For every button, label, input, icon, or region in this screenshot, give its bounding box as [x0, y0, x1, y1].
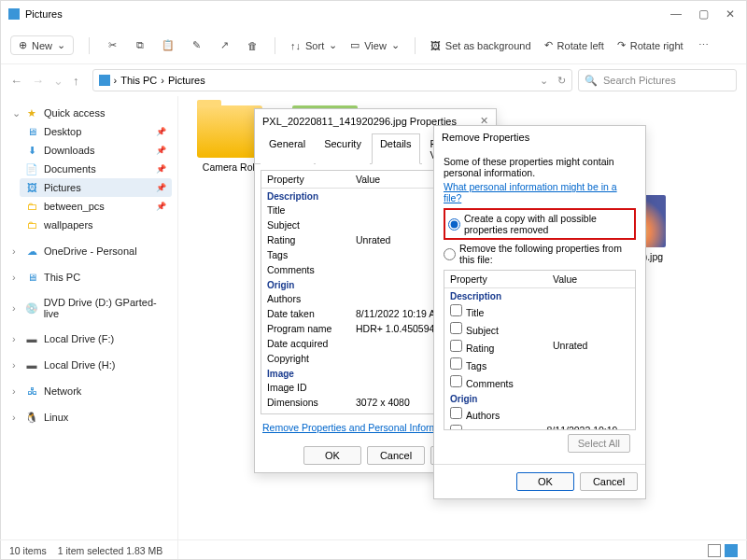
thumbnails-view-toggle[interactable] [725, 544, 738, 557]
titlebar: Pictures — ▢ ✕ [1, 1, 746, 27]
sidebar: ⌄★Quick access 🖥Desktop📌 ⬇Downloads📌 📄Do… [1, 96, 178, 559]
select-all-button[interactable]: Select All [568, 434, 630, 453]
nav-row: ← → ⌄ ↑ › This PC › Pictures ⌄ ↻ 🔍 Searc… [1, 64, 746, 96]
rotate-right-button[interactable]: ↷Rotate right [617, 39, 684, 51]
set-background-button[interactable]: 🖼Set as background [430, 40, 531, 51]
sidebar-between-pcs[interactable]: 🗀between_pcs📌 [20, 197, 172, 216]
sidebar-documents[interactable]: 📄Documents📌 [20, 160, 172, 178]
copy-icon[interactable]: ⧉ [133, 38, 148, 53]
dialog-title: Remove Properties [442, 132, 529, 143]
dialog-title: PXL_20220811_141920296.jpg Properties [262, 116, 457, 127]
back-button[interactable]: ← [10, 74, 22, 88]
sidebar-this-pc[interactable]: ›🖥This PC [7, 268, 172, 287]
search-icon: 🔍 [585, 75, 598, 87]
toolbar: ⊕ New ⌄ ✂ ⧉ 📋 ✎ ↗ 🗑 ↑↓Sort⌄ ▭View⌄ 🖼Set … [1, 27, 746, 64]
pictures-icon [99, 75, 110, 86]
sidebar-wallpapers[interactable]: 🗀wallpapers [20, 216, 172, 234]
search-box[interactable]: 🔍 Search Pictures [578, 69, 737, 91]
info-link[interactable]: What personal information might be in a … [444, 178, 636, 206]
sidebar-quick-access[interactable]: ⌄★Quick access [7, 104, 172, 122]
selection-info: 1 item selected 1.83 MB [58, 545, 163, 556]
pictures-icon [8, 8, 20, 20]
paste-icon[interactable]: 📋 [161, 38, 176, 53]
folder-icon [197, 105, 262, 158]
sidebar-desktop[interactable]: 🖥Desktop📌 [20, 122, 172, 141]
sidebar-onedrive[interactable]: ›☁OneDrive - Personal [7, 242, 172, 260]
chevron-down-icon: ⌄ [57, 39, 65, 51]
view-button[interactable]: ▭View⌄ [350, 39, 400, 51]
delete-icon[interactable]: 🗑 [245, 38, 260, 53]
refresh-icon[interactable]: ↻ [557, 75, 566, 87]
cancel-button[interactable]: Cancel [580, 472, 638, 491]
details-view-toggle[interactable] [708, 544, 721, 557]
sidebar-network[interactable]: ›🖧Network [7, 382, 172, 400]
sort-button[interactable]: ↑↓Sort⌄ [290, 39, 337, 51]
item-count: 10 items [9, 545, 47, 556]
tab-details[interactable]: Details [372, 133, 420, 164]
status-bar: 10 items 1 item selected 1.83 MB [0, 539, 747, 560]
cancel-button[interactable]: Cancel [367, 446, 425, 465]
more-icon[interactable]: ⋯ [697, 38, 712, 53]
option-remove-following[interactable]: Remove the following properties from thi… [444, 242, 636, 266]
share-icon[interactable]: ↗ [217, 38, 232, 53]
cut-icon[interactable]: ✂ [105, 38, 120, 53]
ok-button[interactable]: OK [303, 446, 361, 465]
up-dir-button[interactable]: ↑ [73, 74, 79, 88]
forward-button[interactable]: → [32, 74, 44, 88]
ok-button[interactable]: OK [516, 472, 574, 491]
plus-icon: ⊕ [19, 39, 27, 51]
option-create-copy[interactable]: Create a copy with all possible properti… [448, 212, 631, 236]
sidebar-linux[interactable]: ›🐧Linux [7, 408, 172, 427]
minimize-button[interactable]: — [670, 7, 682, 21]
close-button[interactable]: ✕ [726, 7, 735, 21]
rename-icon[interactable]: ✎ [189, 38, 204, 53]
up-button[interactable]: ⌄ [53, 74, 63, 88]
dropdown-icon[interactable]: ⌄ [540, 75, 548, 87]
rotate-left-button[interactable]: ↶Rotate left [544, 39, 604, 51]
maximize-button[interactable]: ▢ [698, 7, 709, 21]
window-title: Pictures [25, 8, 63, 20]
sidebar-local-f[interactable]: ›▬Local Drive (F:) [7, 329, 172, 348]
sidebar-downloads[interactable]: ⬇Downloads📌 [20, 141, 172, 160]
sidebar-pictures[interactable]: 🖼Pictures📌 [20, 178, 172, 197]
remove-property-list[interactable]: PropertyValue Description Title Subject … [444, 270, 636, 430]
sidebar-local-h[interactable]: ›▬Local Drive (H:) [7, 356, 172, 374]
new-button[interactable]: ⊕ New ⌄ [10, 35, 74, 55]
remove-properties-dialog: Remove Properties Some of these properti… [433, 125, 646, 499]
sidebar-dvd[interactable]: ›💿DVD Drive (D:) GParted-live [7, 294, 172, 322]
tab-general[interactable]: General [261, 133, 314, 164]
breadcrumb[interactable]: › This PC › Pictures ⌄ ↻ [92, 69, 573, 91]
tab-security[interactable]: Security [316, 133, 370, 164]
